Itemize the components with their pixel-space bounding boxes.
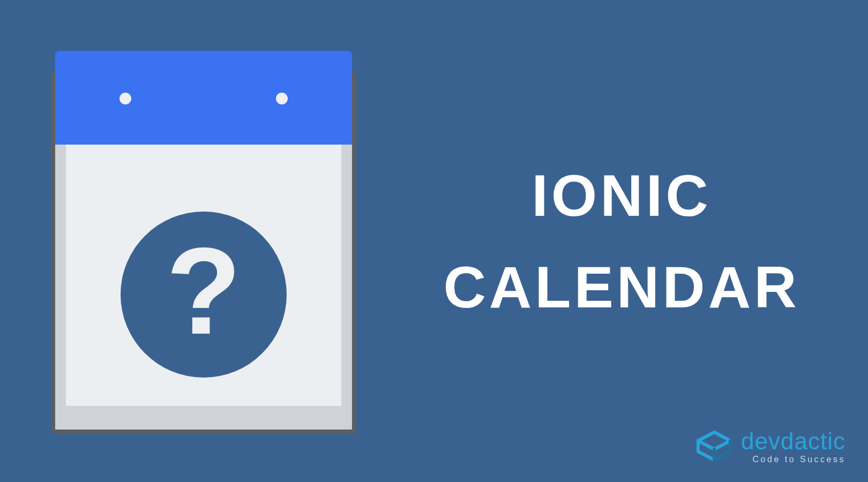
page-title: IONIC CALENDAR	[407, 0, 836, 482]
question-mark-icon: ?	[166, 230, 242, 353]
calendar-hole-left	[119, 93, 131, 104]
calendar-illustration: ?	[51, 51, 356, 434]
brand-logo-block: devdactic Code to Success	[695, 430, 845, 464]
title-line-2: CALENDAR	[443, 253, 799, 321]
calendar-circle: ?	[121, 212, 287, 378]
brand-text: devdactic Code to Success	[741, 430, 845, 464]
calendar-hole-right	[276, 93, 288, 104]
calendar-header	[55, 51, 352, 145]
title-line-1: IONIC	[532, 161, 712, 229]
brand-name: devdactic	[741, 430, 845, 453]
brand-tagline: Code to Success	[741, 455, 845, 464]
devdactic-cube-icon	[695, 430, 734, 463]
